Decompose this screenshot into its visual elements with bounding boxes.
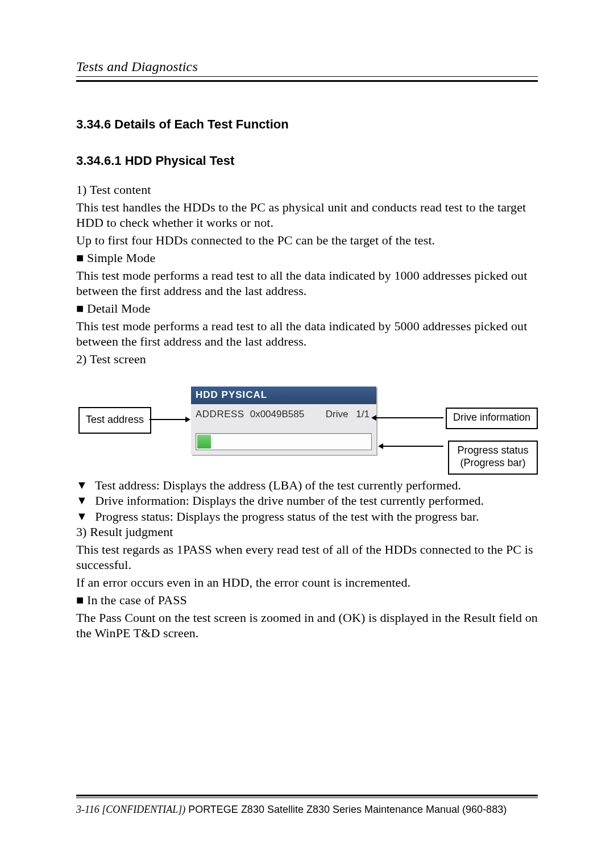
paragraph: 3) Result judgment	[76, 524, 538, 539]
list-item: Test address: Displays the address (LBA)…	[76, 477, 538, 493]
callout-line-2: (Progress bar)	[460, 457, 525, 468]
progress-bar-fill	[197, 435, 211, 448]
running-header-text: Tests and Diagnostics	[76, 59, 198, 74]
drive-value: 1/1	[356, 409, 372, 420]
callout-drive-information: Drive information	[446, 408, 538, 429]
callout-line-1: Progress status	[457, 445, 528, 456]
header-rule	[76, 76, 538, 77]
callout-progress-status: Progress status (Progress bar)	[448, 441, 538, 475]
arrow-icon	[379, 446, 443, 447]
paragraph: This test handles the HDDs to the PC as …	[76, 200, 538, 230]
list-item: Drive information: Displays the drive nu…	[76, 493, 538, 509]
mode-heading: ■ Detail Mode	[76, 301, 538, 316]
drive-label: Drive	[326, 409, 351, 420]
paragraph: 2) Test screen	[76, 351, 538, 367]
footer-manual-title: PORTEGE Z830 Satellite Z830 Series Maint…	[185, 804, 507, 815]
hdd-test-screen-diagram: Test address HDD PYSICAL ADDRESS 0x0049B…	[76, 387, 538, 477]
hdd-physical-panel: HDD PYSICAL ADDRESS 0x0049B585 Drive 1/1	[191, 387, 376, 455]
paragraph: 1) Test content	[76, 182, 538, 197]
progress-bar	[196, 433, 372, 450]
arrow-icon	[372, 417, 443, 418]
arrow-icon	[150, 419, 189, 420]
mode-heading: ■ In the case of PASS	[76, 592, 538, 608]
paragraph: Up to first four HDDs connected to the P…	[76, 232, 538, 248]
address-value: 0x0049B585	[250, 409, 304, 420]
callout-test-address: Test address	[78, 407, 151, 434]
footer-page-number: 3-116 [CONFIDENTIAL])	[76, 804, 185, 815]
footer-text: 3-116 [CONFIDENTIAL]) PORTEGE Z830 Satel…	[76, 804, 538, 816]
bullet-list: Test address: Displays the address (LBA)…	[76, 477, 538, 525]
address-label: ADDRESS	[196, 409, 244, 420]
panel-title: HDD PYSICAL	[191, 387, 376, 404]
paragraph: The Pass Count on the test screen is zoo…	[76, 610, 538, 641]
paragraph: This test mode performs a read test to a…	[76, 268, 538, 298]
list-item: Progress status: Displays the progress s…	[76, 509, 538, 525]
mode-heading: ■ Simple Mode	[76, 250, 538, 265]
paragraph: This test mode performs a read test to a…	[76, 318, 538, 349]
heading-level-3: 3.34.6 Details of Each Test Function	[76, 117, 538, 132]
heading-level-4: 3.34.6.1 HDD Physical Test	[76, 153, 538, 168]
footer-rule	[76, 798, 538, 798]
page-footer: 3-116 [CONFIDENTIAL]) PORTEGE Z830 Satel…	[76, 795, 538, 816]
paragraph: This test regards as 1PASS when every re…	[76, 542, 538, 572]
paragraph: If an error occurs even in an HDD, the e…	[76, 575, 538, 590]
running-header: Tests and Diagnostics	[76, 59, 538, 82]
panel-info-row: ADDRESS 0x0049B585 Drive 1/1	[191, 404, 376, 420]
